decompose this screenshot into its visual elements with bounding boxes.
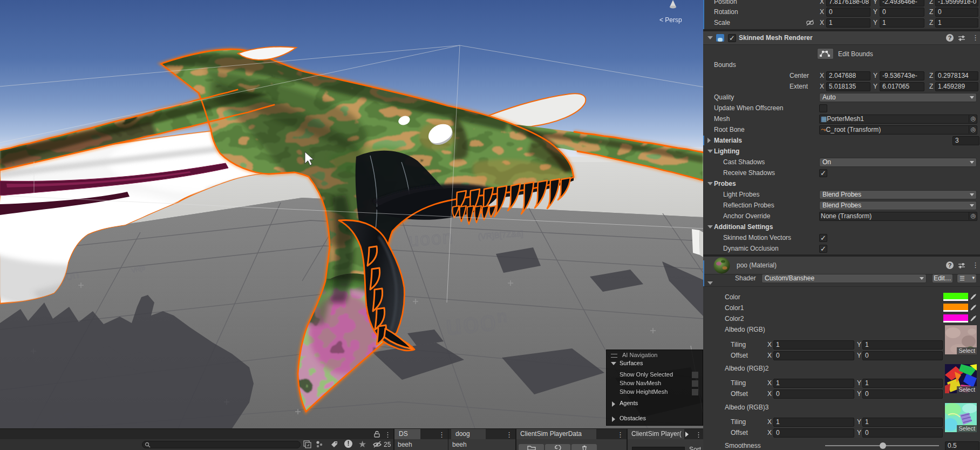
svg-text:< Persp: < Persp	[659, 16, 682, 24]
svg-text:uooⁿ: uooⁿ	[444, 303, 511, 341]
svg-text:uoon: uoon	[408, 226, 454, 250]
